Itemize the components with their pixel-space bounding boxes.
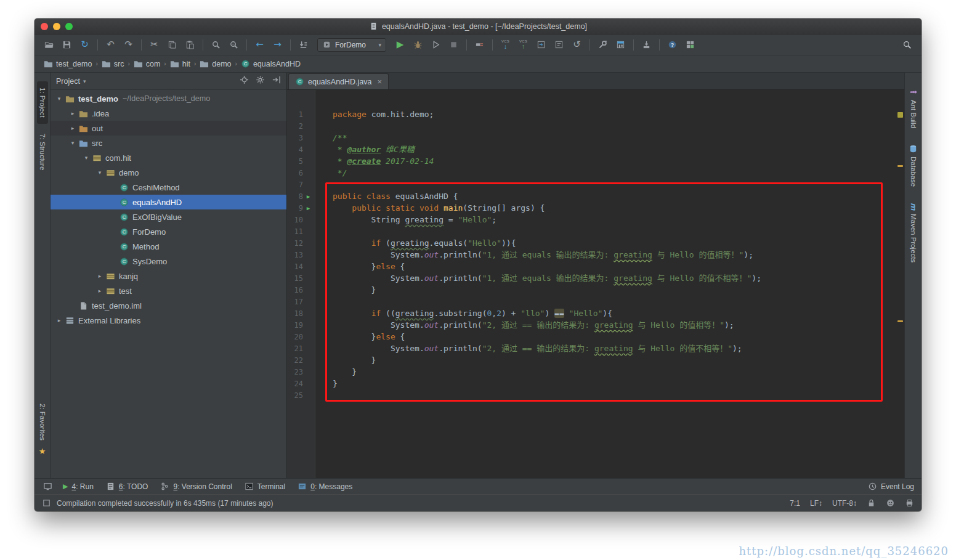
tree-item-kanjq[interactable]: ▸kanjq [51,269,286,283]
code-line-16[interactable]: } [333,284,904,296]
toolwindow-button-todo[interactable]: 6: TODO [100,481,154,492]
code-line-4[interactable]: * @author 维C果糖 [333,144,904,155]
tree-item-out[interactable]: ▸out [51,121,286,136]
code-line-23[interactable]: } [333,366,904,378]
toolbar-vcs-commit-button[interactable]: VCS↑ [515,38,532,52]
code-line-2[interactable] [333,120,904,132]
code-line-24[interactable]: } [333,378,904,389]
tree-item-idea[interactable]: ▸.idea [51,106,286,121]
gutter-line-3[interactable]: 3 [287,132,315,144]
breadcrumb-test-demo[interactable]: test_demo [42,58,94,70]
toolbar-debug-button[interactable] [410,38,426,52]
minimize-window-button[interactable] [53,23,60,30]
code-line-25[interactable] [333,389,904,401]
close-window-button[interactable] [41,23,48,30]
zoom-window-button[interactable] [65,23,73,30]
gutter-line-21[interactable]: 21 [287,343,315,354]
toolbar-attach-debugger-button[interactable] [471,38,488,52]
panel-hide-button[interactable] [272,75,281,87]
gutter-line-16[interactable]: 16 [287,284,315,296]
gutter-line-11[interactable]: 11 [287,225,315,237]
expand-arrow-icon[interactable]: ▸ [54,317,64,323]
expand-arrow-icon[interactable]: ▾ [95,169,105,176]
gutter-line-17[interactable]: 17 [287,296,315,307]
tree-item-test[interactable]: ▸test [51,283,286,298]
gutter-line-18[interactable]: 18 [287,307,315,319]
tree-item-ceshimethod[interactable]: CCeshiMethod [51,180,286,195]
project-view-selector[interactable]: Project ▾ [56,77,86,86]
code-line-12[interactable]: if (greating.equals("Hello")){ [333,237,904,249]
gutter-line-5[interactable]: 5 [287,155,315,167]
gutter-line-9[interactable]: 9▶ [287,202,315,214]
status-print[interactable] [905,498,914,508]
toolbar-paste-button[interactable] [182,38,198,52]
code-line-5[interactable]: * @create 2017-02-14 [333,155,904,167]
toolbar-save-button[interactable] [59,38,75,52]
tool-tab-2-favorites[interactable]: 2: Favorites★ [36,397,49,462]
code-line-13[interactable]: System.out.println("1, 通过 equals 输出的结果为:… [333,249,904,261]
tree-item-demo[interactable]: ▾demo [51,165,286,180]
expand-arrow-icon[interactable]: ▾ [54,95,64,102]
breadcrumb-com[interactable]: com [132,58,163,70]
expand-arrow-icon[interactable]: ▸ [95,288,105,294]
tree-item-test-demo[interactable]: ▾test_demo~/IdeaProjects/test_demo [51,91,286,106]
code-line-18[interactable]: if ((greating.substring(0,2) + "llo") ==… [333,307,904,319]
code-line-17[interactable] [333,296,904,307]
error-stripe[interactable] [896,90,904,478]
status-file-encoding[interactable]: UTF-8↕ [832,499,857,508]
code-line-22[interactable]: } [333,354,904,366]
tree-item-external-libraries[interactable]: ▸External Libraries [51,313,286,328]
expand-arrow-icon[interactable]: ▾ [68,140,78,146]
toolbar-settings-button[interactable] [594,38,611,52]
breadcrumb-src[interactable]: src [100,58,126,70]
gutter-line-25[interactable]: 25 [287,389,315,401]
gutter-line-14[interactable]: 14 [287,261,315,272]
toolbar-project-structure-button[interactable] [612,38,629,52]
tree-item-test-demo-iml[interactable]: test_demo.iml [51,298,286,313]
toolbar-forward-button[interactable]: → [269,38,286,52]
editor-tab-equalsandhd-java[interactable]: C equalsAndHD.java × [288,73,389,89]
tree-item-fordemo[interactable]: CForDemo [51,224,286,239]
expand-arrow-icon[interactable]: ▸ [68,110,78,116]
background-task-icon[interactable] [42,498,51,508]
code-line-9[interactable]: public static void main(String[] args) { [333,202,904,214]
toolbar-redo-button[interactable]: ↷ [120,38,137,52]
toolbar-stop-button[interactable] [445,38,462,52]
tool-tab-1-project[interactable]: 1: Project [37,81,48,124]
tree-item-src[interactable]: ▾src [51,136,286,150]
status-line-separator[interactable]: LF↕ [810,499,822,508]
toolbar-export-button[interactable] [638,38,655,52]
gutter-line-20[interactable]: 20 [287,331,315,343]
status-caret-position[interactable]: 7:1 [790,499,800,508]
toolbar-help-button[interactable]: ? [664,38,681,52]
code-line-10[interactable]: String greating = "Hello"; [333,214,904,225]
expand-arrow-icon[interactable]: ▾ [81,155,91,161]
gutter-line-12[interactable]: 12 [287,237,315,249]
breadcrumb-equalsandhd[interactable]: CequalsAndHD [239,58,302,70]
tool-tab-7-structure[interactable]: 7: Structure [37,128,48,176]
toolwindow-button-version-control[interactable]: 9: Version Control [155,481,237,492]
breadcrumb-demo[interactable]: demo [198,58,233,70]
panel-gear-button[interactable] [256,75,265,87]
expand-arrow-icon[interactable]: ▸ [68,125,78,131]
gutter-line-13[interactable]: 13 [287,249,315,261]
expand-arrow-icon[interactable]: ▸ [95,273,105,279]
run-gutter-icon[interactable]: ▶ [303,193,314,200]
tool-tab-database[interactable]: Database [907,138,920,193]
tree-item-sysdemo[interactable]: CSysDemo [51,254,286,269]
gutter-line-15[interactable]: 15 [287,272,315,284]
gutter-line-22[interactable]: 22 [287,354,315,366]
run-configuration-select[interactable]: ForDemo▾ [317,38,386,52]
gutter-line-8[interactable]: 8▶ [287,190,315,202]
toolwindow-toggle-icon[interactable] [39,479,56,494]
code-line-8[interactable]: public class equalsAndHD { [333,190,904,202]
tree-item-com-hit[interactable]: ▾com.hit [51,150,286,165]
panel-locate-button[interactable] [240,75,249,87]
toolwindow-button-messages[interactable]: 0: Messages [292,481,358,492]
toolwindow-button-terminal[interactable]: Terminal [239,481,291,492]
code-line-7[interactable] [333,179,904,190]
toolbar-vcs-changes-button[interactable] [551,38,567,52]
gutter-line-24[interactable]: 24 [287,378,315,389]
tool-tab-maven-projects[interactable]: mMaven Projects [908,197,919,269]
gutter-line-1[interactable]: 1 [287,108,315,120]
